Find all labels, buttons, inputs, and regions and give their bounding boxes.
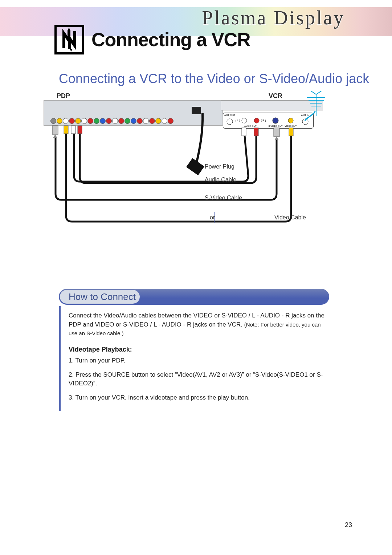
step-2: 2. Press the SOURCE button to select “Vi… — [69, 370, 326, 388]
playback-steps: 1. Turn on your PDP. 2. Press the SOURCE… — [69, 356, 326, 402]
video-cable-label: Video Cable — [274, 214, 306, 221]
cable-overlay — [44, 92, 327, 233]
svg-marker-1 — [68, 28, 70, 31]
page-title: Connecting a VCR — [91, 29, 250, 50]
section-subheading: Connecting a VCR to the Video or S-Video… — [59, 71, 369, 86]
page-number: 23 — [345, 521, 352, 529]
wiring-diagram: PDP VCR — [44, 92, 327, 233]
howto-title: How to Connect — [69, 291, 136, 303]
playback-heading: Videotape Playback: — [69, 345, 326, 354]
manual-page: Plasma Display Connecting a VCR Connecti… — [0, 0, 392, 555]
svg-rect-25 — [64, 126, 68, 134]
svg-marker-18 — [53, 134, 57, 138]
svg-rect-21 — [71, 126, 75, 134]
svg-rect-23 — [78, 126, 82, 134]
svg-rect-15 — [192, 107, 201, 114]
howto-pill: How to Connect — [59, 289, 329, 305]
svg-rect-26 — [289, 128, 293, 136]
howto-body: Connect the Video/Audio cables between t… — [59, 306, 329, 411]
svg-rect-16 — [186, 158, 204, 175]
svg-rect-22 — [242, 128, 246, 136]
svg-rect-17 — [52, 126, 58, 134]
svideo-cable-label: S-Video Cable — [205, 195, 242, 201]
or-label: or — [210, 214, 215, 221]
svg-marker-0 — [70, 49, 73, 52]
howto-intro: Connect the Video/Audio cables between t… — [69, 311, 326, 338]
svg-rect-19 — [274, 128, 279, 137]
svg-rect-24 — [254, 128, 258, 136]
connection-icon — [54, 25, 84, 54]
step-3: 3. Turn on your VCR, insert a videotape … — [69, 393, 326, 402]
howto-section: How to Connect Connect the Video/Audio c… — [59, 289, 329, 411]
audio-cable-label: Audio Cable — [205, 177, 236, 183]
heading-row: Connecting a VCR — [54, 25, 250, 54]
step-1: 1. Turn on your PDP. — [69, 356, 326, 365]
power-plug-label: Power Plug — [205, 163, 234, 170]
svg-marker-20 — [274, 137, 279, 140]
